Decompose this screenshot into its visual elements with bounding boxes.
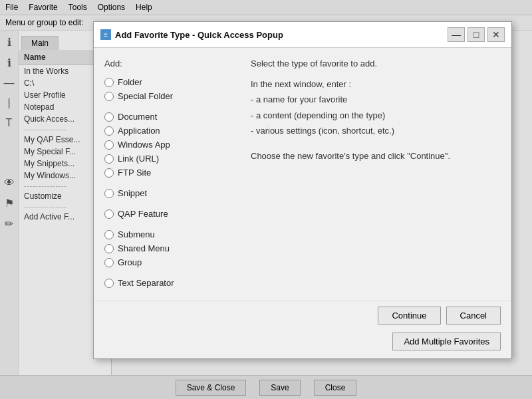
add-favorite-dialog: ≡ Add Favorite Type - Quick Access Popup… [93,21,512,359]
dialog-title-icon: ≡ [100,29,111,40]
radio-shared-menu-label: Shared Menu [118,243,170,253]
radio-link-url[interactable]: Link (URL) [104,152,237,166]
radio-shared-menu[interactable]: Shared Menu [104,241,237,255]
radio-ftp-site-input[interactable] [104,168,114,178]
dialog-wide-btn-row: Add Multiple Favorites [94,330,511,358]
info-footer: Choose the new favorite's type and click… [251,150,501,164]
dialog-controls: — □ ✕ [448,27,505,42]
radio-group-label: Group [118,257,142,267]
radio-windows-app-label: Windows App [118,140,170,150]
add-label: Add: [104,59,237,68]
dialog-title-area: ≡ Add Favorite Type - Quick Access Popup [100,29,283,40]
radio-folder-label: Folder [118,77,142,87]
dialog-title: Add Favorite Type - Quick Access Popup [115,30,283,40]
info-line4: - various settings (icon, shortcut, etc.… [251,123,501,138]
radio-windows-app[interactable]: Windows App [104,138,237,152]
radio-text-separator-input[interactable] [104,279,114,288]
radio-submenu-label: Submenu [118,229,155,239]
radio-folder[interactable]: Folder [104,75,237,89]
radio-document-input[interactable] [104,112,114,122]
radio-link-url-label: Link (URL) [118,154,159,164]
maximize-button[interactable]: □ [467,27,485,42]
add-multiple-button[interactable]: Add Multiple Favorites [392,332,501,350]
cancel-button[interactable]: Cancel [446,307,501,325]
radio-submenu[interactable]: Submenu [104,227,237,241]
radio-qap-feature[interactable]: QAP Feature [104,207,237,221]
dialog-body: Add: Folder Special Folder Document A [94,48,511,301]
info-line1: In the next window, enter : [251,76,501,92]
radio-ftp-site-label: FTP Site [118,168,151,178]
dialog-titlebar: ≡ Add Favorite Type - Quick Access Popup… [94,22,511,48]
radio-group: Folder Special Folder Document Applicati… [104,75,237,290]
radio-snippet[interactable]: Snippet [104,186,237,200]
dialog-right-panel: Select the type of favorite to add. In t… [237,59,501,290]
continue-button[interactable]: Continue [378,307,440,325]
radio-text-separator[interactable]: Text Separator [104,276,237,290]
dialog-buttons: Continue Cancel [94,301,511,330]
radio-group-input[interactable] [104,258,114,267]
radio-windows-app-input[interactable] [104,140,114,150]
info-title: Select the type of favorite to add. [251,59,501,68]
radio-qap-feature-label: QAP Feature [118,209,168,219]
radio-application-label: Application [118,126,160,136]
minimize-button[interactable]: — [448,27,465,42]
radio-folder-input[interactable] [104,78,114,87]
radio-submenu-input[interactable] [104,230,114,239]
info-body: In the next window, enter : - a name for… [251,76,501,139]
radio-qap-feature-input[interactable] [104,209,114,219]
radio-link-url-input[interactable] [104,154,114,164]
radio-snippet-label: Snippet [118,188,147,198]
radio-snippet-input[interactable] [104,189,114,198]
info-line2: - a name for your favorite [251,92,501,107]
radio-group[interactable]: Group [104,255,237,269]
radio-document[interactable]: Document [104,110,237,124]
dialog-left-panel: Add: Folder Special Folder Document A [104,59,237,290]
radio-application[interactable]: Application [104,124,237,138]
radio-text-separator-label: Text Separator [118,278,174,288]
info-line3: - a content (depending on the type) [251,108,501,123]
radio-shared-menu-input[interactable] [104,244,114,253]
radio-document-label: Document [118,112,157,122]
radio-application-input[interactable] [104,126,114,136]
radio-special-folder[interactable]: Special Folder [104,89,237,103]
radio-ftp-site[interactable]: FTP Site [104,166,237,180]
radio-special-folder-input[interactable] [104,92,114,101]
close-dialog-button[interactable]: ✕ [487,27,505,42]
radio-special-folder-label: Special Folder [118,91,173,101]
